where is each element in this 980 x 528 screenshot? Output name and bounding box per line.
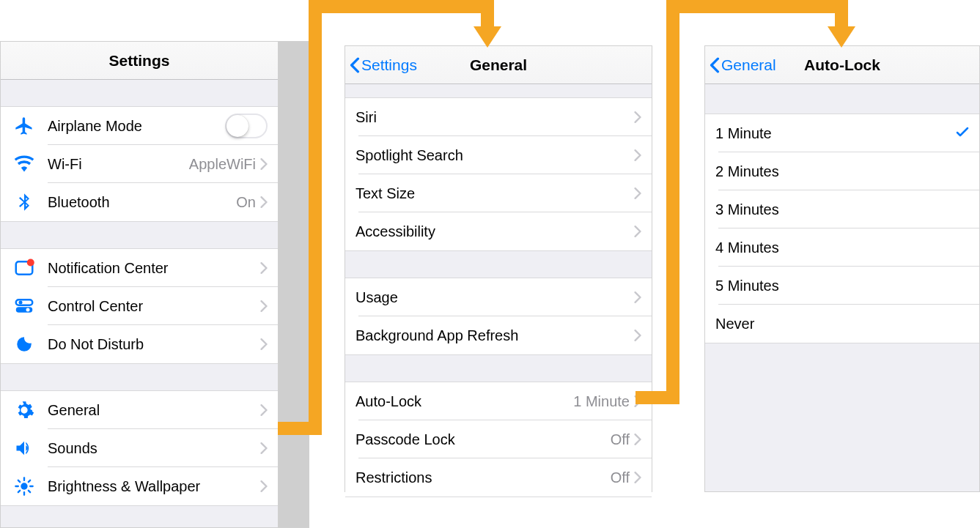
- notification-icon: [12, 256, 36, 280]
- row-label: Auto-Lock: [355, 393, 421, 410]
- option-3-minutes[interactable]: 3 Minutes: [705, 190, 979, 228]
- row-label: Do Not Disturb: [48, 336, 144, 353]
- wifi-icon: [12, 152, 36, 176]
- chevron-right-icon: [260, 300, 268, 312]
- chevron-right-icon: [634, 434, 641, 445]
- chevron-right-icon: [260, 404, 268, 416]
- chevron-right-icon: [634, 472, 641, 483]
- back-to-settings-button[interactable]: Settings: [350, 46, 417, 83]
- row-auto-lock[interactable]: Auto-Lock 1 Minute: [345, 382, 652, 420]
- row-label: Accessibility: [355, 223, 435, 240]
- general-title: General: [470, 56, 527, 74]
- chevron-right-icon: [260, 480, 268, 492]
- row-value: Off: [611, 469, 634, 486]
- chevron-right-icon: [260, 158, 268, 170]
- autolock-panel: General Auto-Lock 1 Minute 2 Minutes 3 M…: [704, 45, 980, 492]
- settings-panel: Settings Airplane Mode Wi-Fi AppleWiFi B…: [0, 41, 279, 528]
- row-label: Usage: [355, 289, 398, 306]
- option-label: 4 Minutes: [715, 239, 779, 256]
- general-panel: Settings General Siri Spotlight Search T…: [345, 45, 652, 492]
- row-label: Passcode Lock: [355, 431, 455, 448]
- svg-rect-4: [16, 307, 33, 313]
- chevron-right-icon: [634, 226, 641, 237]
- row-accessibility[interactable]: Accessibility: [345, 212, 652, 250]
- svg-point-5: [26, 308, 30, 312]
- speaker-icon: [12, 436, 36, 460]
- row-label: Background App Refresh: [355, 327, 518, 344]
- svg-line-11: [18, 480, 20, 482]
- airplane-toggle[interactable]: [225, 114, 268, 138]
- row-brightness-wallpaper[interactable]: Brightness & Wallpaper: [1, 467, 278, 505]
- row-label: Airplane Mode: [48, 118, 142, 135]
- option-1-minute[interactable]: 1 Minute: [705, 114, 979, 152]
- row-value: 1 Minute: [573, 393, 634, 410]
- chevron-right-icon: [634, 187, 641, 199]
- option-5-minutes[interactable]: 5 Minutes: [705, 267, 979, 305]
- row-sounds[interactable]: Sounds: [1, 429, 278, 467]
- chevron-right-icon: [260, 262, 268, 274]
- chevron-right-icon: [634, 111, 641, 123]
- row-background-app-refresh[interactable]: Background App Refresh: [345, 316, 652, 354]
- row-do-not-disturb[interactable]: Do Not Disturb: [1, 325, 278, 363]
- chevron-right-icon: [634, 291, 641, 303]
- row-wifi[interactable]: Wi-Fi AppleWiFi: [1, 145, 278, 183]
- row-label: Text Size: [355, 185, 415, 202]
- back-to-general-button[interactable]: General: [710, 46, 776, 83]
- row-notification-center[interactable]: Notification Center: [1, 249, 278, 287]
- row-label: Notification Center: [48, 260, 169, 277]
- svg-point-3: [19, 301, 23, 305]
- svg-line-12: [29, 491, 30, 492]
- option-2-minutes[interactable]: 2 Minutes: [705, 152, 979, 190]
- chevron-right-icon: [634, 330, 641, 341]
- settings-title: Settings: [109, 52, 170, 70]
- row-value: Off: [611, 431, 634, 448]
- moon-icon: [12, 332, 36, 356]
- svg-point-6: [21, 483, 27, 489]
- row-label: Brightness & Wallpaper: [48, 478, 200, 495]
- row-usage[interactable]: Usage: [345, 278, 652, 316]
- settings-split-divider: [279, 41, 309, 528]
- svg-line-13: [18, 491, 20, 492]
- autolock-title: Auto-Lock: [804, 56, 880, 74]
- row-label: Control Center: [48, 298, 143, 315]
- row-bluetooth[interactable]: Bluetooth On: [1, 183, 278, 221]
- svg-marker-15: [474, 26, 501, 48]
- option-label: 2 Minutes: [715, 163, 779, 180]
- row-passcode-lock[interactable]: Passcode Lock Off: [345, 420, 652, 458]
- chevron-right-icon: [260, 338, 268, 350]
- brightness-icon: [12, 475, 36, 498]
- gear-icon: [12, 398, 36, 422]
- row-label: Spotlight Search: [355, 147, 463, 164]
- settings-group-3: General Sounds Brightness & Wallpaper: [1, 390, 278, 506]
- control-center-icon: [12, 294, 36, 318]
- row-text-size[interactable]: Text Size: [345, 174, 652, 212]
- settings-group-1: Airplane Mode Wi-Fi AppleWiFi Bluetooth …: [1, 106, 278, 222]
- row-general[interactable]: General: [1, 391, 278, 429]
- svg-line-14: [29, 480, 30, 482]
- autolock-navbar: General Auto-Lock: [705, 46, 979, 84]
- option-label: 3 Minutes: [715, 201, 779, 218]
- general-navbar: Settings General: [345, 46, 652, 84]
- bluetooth-icon: [12, 190, 36, 214]
- row-airplane-mode[interactable]: Airplane Mode: [1, 107, 278, 145]
- settings-group-2: Notification Center Control Center Do No…: [1, 248, 278, 364]
- row-siri[interactable]: Siri: [345, 98, 652, 136]
- svg-rect-2: [16, 300, 33, 305]
- row-value: AppleWiFi: [189, 156, 260, 173]
- option-never[interactable]: Never: [705, 305, 979, 343]
- chevron-right-icon: [634, 395, 641, 407]
- row-restrictions[interactable]: Restrictions Off: [345, 458, 652, 497]
- svg-marker-16: [828, 26, 855, 48]
- back-label: Settings: [361, 56, 417, 74]
- row-spotlight-search[interactable]: Spotlight Search: [345, 136, 652, 174]
- row-label: General: [48, 402, 100, 419]
- option-4-minutes[interactable]: 4 Minutes: [705, 228, 979, 267]
- row-label: Restrictions: [355, 469, 432, 486]
- settings-navbar: Settings: [1, 42, 278, 80]
- row-label: Sounds: [48, 440, 97, 457]
- chevron-right-icon: [260, 442, 268, 454]
- chevron-right-icon: [634, 149, 641, 161]
- row-label: Siri: [355, 109, 377, 126]
- row-control-center[interactable]: Control Center: [1, 287, 278, 325]
- back-label: General: [721, 56, 776, 74]
